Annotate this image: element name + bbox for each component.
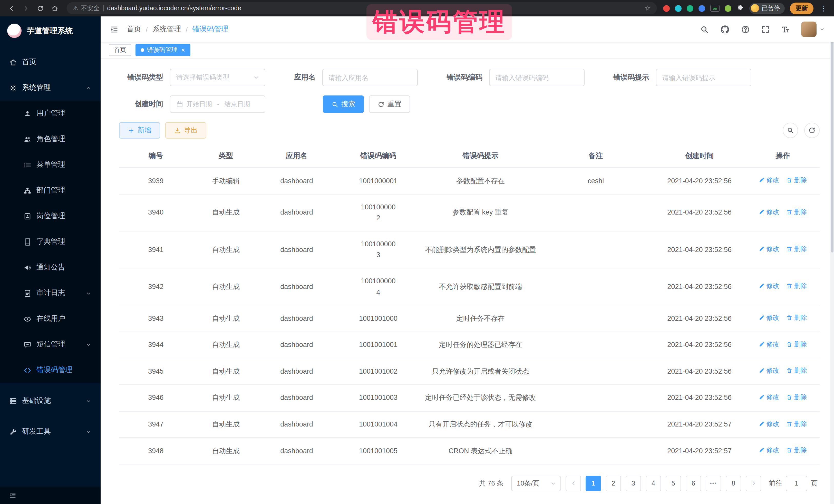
sidebar-item-dept[interactable]: 部门管理 bbox=[0, 178, 101, 203]
security-chip[interactable]: ⚠ 不安全 bbox=[73, 4, 100, 13]
sidebar-item-post[interactable]: 岗位管理 bbox=[0, 203, 101, 229]
sidebar-item-role[interactable]: 角色管理 bbox=[0, 126, 101, 152]
pagination-page-6[interactable]: 6 bbox=[686, 476, 701, 491]
pagination-prev-button[interactable] bbox=[566, 476, 581, 491]
sidebar-toggle-icon[interactable] bbox=[110, 25, 118, 34]
font-size-icon[interactable] bbox=[781, 25, 790, 34]
page-scrollbar[interactable] bbox=[830, 17, 834, 504]
arrow-left-icon bbox=[8, 5, 15, 12]
pagination-page-5[interactable]: 5 bbox=[666, 476, 681, 491]
pagination-page-1[interactable]: 1 bbox=[586, 476, 601, 491]
cell-id: 3942 bbox=[119, 268, 193, 305]
extensions-puzzle-icon[interactable] bbox=[737, 4, 744, 12]
browser-back-button[interactable] bbox=[5, 2, 18, 14]
tab-home[interactable]: 首页 bbox=[109, 44, 131, 56]
delete-button[interactable]: 删除 bbox=[787, 419, 807, 429]
sidebar-item-devtools[interactable]: 研发工具 bbox=[0, 419, 101, 444]
edit-button[interactable]: 修改 bbox=[759, 392, 780, 402]
edit-button[interactable]: 修改 bbox=[759, 175, 780, 185]
user-menu[interactable] bbox=[801, 22, 825, 37]
cell-remark: ceshi bbox=[539, 168, 653, 194]
extension-icon-leaf[interactable] bbox=[725, 5, 731, 12]
delete-button[interactable]: 删除 bbox=[787, 207, 807, 217]
close-icon[interactable]: × bbox=[181, 47, 185, 53]
main-area: 首页 / 系统管理 / 错误码管理 bbox=[101, 17, 834, 504]
error-code-input[interactable] bbox=[489, 69, 585, 86]
sidebar-item-home[interactable]: 首页 bbox=[0, 49, 101, 75]
sidebar-item-system[interactable]: 系统管理 bbox=[0, 75, 101, 101]
github-icon[interactable] bbox=[720, 24, 730, 34]
edit-button[interactable]: 修改 bbox=[759, 207, 780, 217]
delete-button[interactable]: 删除 bbox=[787, 312, 807, 323]
browser-update-button[interactable]: 更新 bbox=[790, 2, 813, 14]
search-button[interactable]: 搜索 bbox=[323, 95, 364, 113]
browser-refresh-button[interactable] bbox=[34, 2, 46, 14]
edit-button[interactable]: 修改 bbox=[759, 366, 780, 376]
error-hint-input[interactable] bbox=[656, 69, 751, 86]
pagination-page-2[interactable]: 2 bbox=[606, 476, 621, 491]
cell-hint: 参数配置 key 重复 bbox=[422, 194, 539, 231]
extension-icon-blue[interactable] bbox=[699, 5, 705, 12]
browser-forward-button[interactable] bbox=[20, 2, 32, 14]
edit-button[interactable]: 修改 bbox=[759, 339, 780, 350]
pagination-next-button[interactable] bbox=[746, 476, 761, 491]
pagination-ellipsis[interactable]: ••• bbox=[706, 476, 721, 491]
extension-icon-teal[interactable] bbox=[675, 5, 682, 12]
search-icon[interactable] bbox=[700, 25, 709, 34]
edit-button[interactable]: 修改 bbox=[759, 445, 780, 455]
extension-icon-on-badge[interactable]: on bbox=[710, 5, 720, 12]
sidebar-item-menu[interactable]: 菜单管理 bbox=[0, 152, 101, 178]
sidebar-item-user[interactable]: 用户管理 bbox=[0, 101, 101, 126]
sidebar-collapse-bar[interactable] bbox=[0, 486, 101, 504]
breadcrumb-system[interactable]: 系统管理 bbox=[152, 25, 181, 34]
delete-button[interactable]: 删除 bbox=[787, 281, 807, 291]
add-button[interactable]: 新增 bbox=[119, 122, 160, 138]
browser-menu-icon[interactable]: ⋮ bbox=[819, 4, 829, 12]
refresh-table-button[interactable] bbox=[804, 123, 820, 138]
pagination-page-8[interactable]: 8 bbox=[726, 476, 741, 491]
cell-id: 3945 bbox=[119, 358, 193, 385]
delete-button[interactable]: 删除 bbox=[787, 445, 807, 455]
extension-icon-green[interactable] bbox=[687, 5, 694, 12]
tab-error-code[interactable]: 错误码管理 × bbox=[135, 44, 190, 56]
pagination-page-4[interactable]: 4 bbox=[646, 476, 661, 491]
bookmark-star-icon[interactable]: ☆ bbox=[644, 5, 651, 12]
extension-icon-red[interactable] bbox=[663, 5, 670, 12]
tabs-bar: 首页 错误码管理 × bbox=[101, 42, 834, 59]
export-button[interactable]: 导出 bbox=[165, 122, 206, 138]
page-size-select[interactable]: 10条/页 bbox=[511, 476, 561, 491]
sidebar-item-error-code[interactable]: 错误码管理 bbox=[0, 357, 101, 383]
pagination-page-3[interactable]: 3 bbox=[626, 476, 641, 491]
scrollbar-thumb[interactable] bbox=[831, 37, 833, 253]
delete-button[interactable]: 删除 bbox=[787, 339, 807, 350]
delete-button[interactable]: 删除 bbox=[787, 366, 807, 376]
browser-profile-chip[interactable]: 已暂停 bbox=[749, 3, 785, 14]
toggle-search-button[interactable] bbox=[783, 123, 798, 138]
delete-button[interactable]: 删除 bbox=[787, 392, 807, 402]
sidebar-item-audit-log[interactable]: 审计日志 bbox=[0, 280, 101, 306]
help-icon[interactable] bbox=[741, 25, 750, 34]
sidebar-item-online-user[interactable]: 在线用户 bbox=[0, 306, 101, 332]
edit-button[interactable]: 修改 bbox=[759, 312, 780, 323]
breadcrumb-home[interactable]: 首页 bbox=[127, 25, 141, 34]
edit-button[interactable]: 修改 bbox=[759, 281, 780, 291]
error-type-select[interactable]: 请选择错误码类型 bbox=[170, 69, 265, 86]
sidebar-item-sms[interactable]: 短信管理 bbox=[0, 332, 101, 357]
address-bar[interactable]: ⚠ 不安全 dashboard.yudao.iocoder.cn/system/… bbox=[67, 2, 657, 14]
edit-button[interactable]: 修改 bbox=[759, 419, 780, 429]
date-range-picker[interactable]: 开始日期 - 结束日期 bbox=[170, 95, 265, 113]
browser-home-button[interactable] bbox=[48, 2, 61, 14]
reset-button[interactable]: 重置 bbox=[369, 95, 410, 113]
delete-button[interactable]: 删除 bbox=[787, 244, 807, 254]
goto-page-input[interactable] bbox=[786, 476, 807, 491]
sidebar-item-dict[interactable]: 字典管理 bbox=[0, 229, 101, 255]
delete-button[interactable]: 删除 bbox=[787, 175, 807, 185]
edit-button[interactable]: 修改 bbox=[759, 244, 780, 254]
sidebar-item-infra[interactable]: 基础设施 bbox=[0, 388, 101, 414]
sidebar-item-notice[interactable]: 通知公告 bbox=[0, 255, 101, 280]
app-logo[interactable]: 芋道管理系统 bbox=[0, 17, 101, 45]
home-icon bbox=[51, 5, 58, 12]
cell-remark bbox=[539, 332, 653, 358]
app-name-input[interactable] bbox=[322, 69, 418, 86]
fullscreen-icon[interactable] bbox=[761, 25, 770, 34]
